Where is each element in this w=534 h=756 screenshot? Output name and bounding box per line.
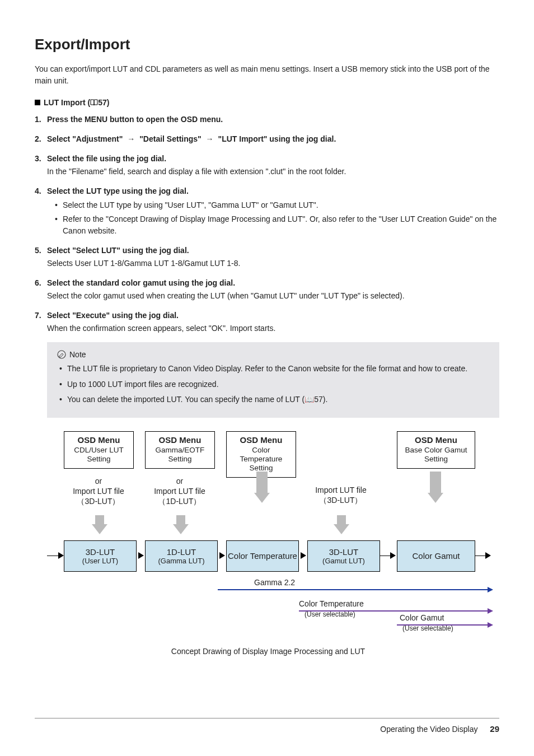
step-4: 4. Select the LUT type using the jog dia… [35, 185, 499, 237]
right-arrow-icon [58, 552, 64, 559]
mid-text-1: or Import LUT file （3D-LUT） [59, 476, 138, 507]
ct-sub: (User selectable) [305, 610, 355, 618]
osd-box-4: OSD Menu Base Color Gamut Setting [397, 431, 475, 469]
mid-text-3: Import LUT file （3D-LUT） [302, 485, 380, 505]
right-arrow-icon [219, 552, 225, 559]
page-title: Export/Import [35, 36, 499, 53]
step-6: 6. Select the standard color gamut using… [35, 277, 499, 302]
down-arrow-icon [92, 515, 107, 534]
blue-line [218, 589, 492, 590]
diagram: OSD Menu CDL/User LUT Setting OSD Menu G… [47, 431, 489, 655]
step-5: 5. Select "Select LUT" using the jog dia… [35, 245, 499, 269]
footer: Operating the Video Display 29 [35, 718, 499, 734]
osd-box-2: OSD Menu Gamma/EOTF Setting [145, 431, 215, 469]
right-arrow-icon [390, 552, 396, 559]
section-heading-pre: LUT Import ( [44, 98, 90, 107]
pencil-circle-icon [57, 350, 66, 359]
step-2: 2. Select "Adjustment" → "Detail Setting… [35, 133, 499, 145]
down-arrow-icon [254, 472, 270, 491]
down-arrow-icon [334, 515, 349, 534]
lut-box-ct: Color Temperature [226, 540, 299, 572]
osd-box-1: OSD Menu CDL/User LUT Setting [64, 431, 134, 469]
down-arrow-icon [173, 515, 189, 534]
book-icon [90, 99, 98, 106]
lut-box-user: 3D-LUT (User LUT) [64, 540, 137, 572]
right-arrow-icon [485, 552, 491, 559]
down-arrow-icon [428, 472, 443, 491]
footer-text: Operating the Video Display [380, 725, 477, 734]
note-box: Note The LUT file is proprietary to Cano… [47, 342, 499, 418]
arrow-icon: → [125, 134, 137, 143]
page-number: 29 [490, 724, 499, 734]
cg-sub: (User selectable) [402, 624, 453, 632]
right-arrow-icon [138, 552, 144, 559]
intro-text: You can export/import LUT and CDL parame… [35, 63, 499, 87]
gamma-label: Gamma 2.2 [254, 578, 295, 587]
diagram-caption: Concept Drawing of Display Image Process… [47, 647, 489, 656]
note-header: Note [57, 350, 489, 359]
cg-label: Color Gamut [400, 613, 444, 622]
step-1: 1. Press the MENU button to open the OSD… [35, 114, 499, 125]
svg-point-0 [58, 351, 65, 358]
note-label: Note [69, 350, 86, 359]
step-4-bullets: Select the LUT type by using "User LUT",… [47, 199, 499, 237]
right-arrow-icon [301, 552, 306, 559]
note-bullets: The LUT file is proprietary to Canon Vid… [57, 363, 489, 405]
lut-box-cg: Color Gamut [397, 540, 475, 572]
step-3: 3. Select the file using the jog dial. I… [35, 153, 499, 178]
section-heading: LUT Import (57) [35, 98, 499, 107]
section-heading-ref: 57) [98, 98, 109, 107]
lut-box-gamut: 3D-LUT (Gamut LUT) [307, 540, 380, 572]
mid-text-2: or Import LUT file （1D-LUT） [140, 476, 219, 507]
right-arrow-icon [47, 556, 59, 557]
steps-list: 1. Press the MENU button to open the OSD… [35, 114, 499, 334]
square-bullet-icon [35, 100, 40, 105]
ct-label: Color Temperature [299, 599, 364, 608]
step-7: 7. Select "Execute" using the jog dial. … [35, 310, 499, 334]
lut-box-gamma: 1D-LUT (Gamma LUT) [145, 540, 218, 572]
arrow-icon: → [204, 134, 216, 143]
